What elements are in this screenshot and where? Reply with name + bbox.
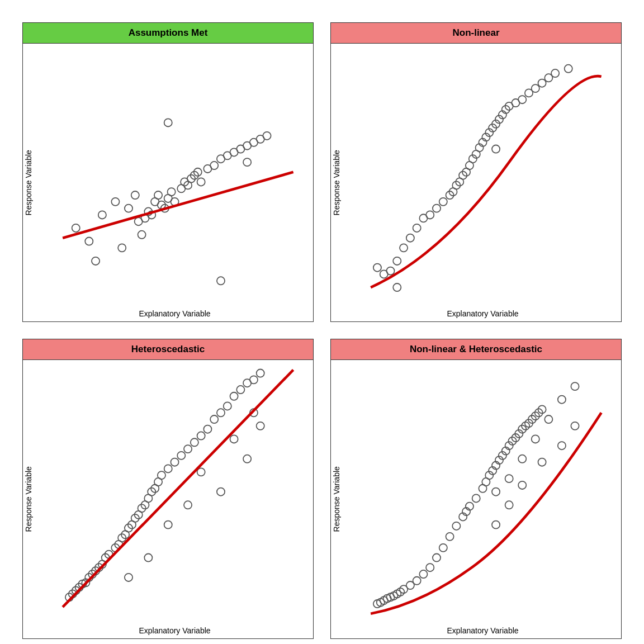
chart-area-assumptions-met: Response VariableExplanatory Variable [23, 44, 313, 321]
panel-title-assumptions-met: Assumptions Met [23, 23, 313, 44]
plot-container-assumptions-met: Explanatory Variable [36, 44, 313, 321]
svg-plot-heteroscedastic [36, 360, 313, 623]
y-label-non-linear: Response Variable [331, 44, 344, 321]
panel-heteroscedastic: HeteroscedasticResponse VariableExplanat… [22, 339, 314, 638]
panel-assumptions-met: Assumptions MetResponse VariableExplanat… [22, 22, 314, 322]
y-label-nonlinear-heteroscedastic: Response Variable [331, 360, 344, 638]
panel-non-linear: Non-linearResponse VariableExplanatory V… [330, 22, 622, 322]
plot-container-nonlinear-heteroscedastic: Explanatory Variable [344, 360, 621, 638]
svg-plot-assumptions-met [36, 44, 313, 307]
panel-title-heteroscedastic: Heteroscedastic [23, 339, 313, 360]
x-label-heteroscedastic: Explanatory Variable [36, 624, 313, 638]
y-label-assumptions-met: Response Variable [23, 44, 36, 321]
svg-rect-0 [36, 44, 313, 307]
panel-title-nonlinear-heteroscedastic: Non-linear & Heteroscedastic [331, 339, 621, 360]
x-label-nonlinear-heteroscedastic: Explanatory Variable [344, 624, 621, 638]
panel-title-non-linear: Non-linear [331, 23, 621, 44]
chart-area-non-linear: Response VariableExplanatory Variable [331, 44, 621, 321]
x-label-assumptions-met: Explanatory Variable [36, 307, 313, 321]
chart-area-nonlinear-heteroscedastic: Response VariableExplanatory Variable [331, 360, 621, 638]
plot-container-non-linear: Explanatory Variable [344, 44, 621, 321]
chart-area-heteroscedastic: Response VariableExplanatory Variable [23, 360, 313, 638]
svg-plot-nonlinear-heteroscedastic [344, 360, 621, 623]
svg-plot-non-linear [344, 44, 621, 307]
panel-nonlinear-heteroscedastic: Non-linear & HeteroscedasticResponse Var… [330, 339, 622, 638]
y-label-heteroscedastic: Response Variable [23, 360, 36, 638]
plot-container-heteroscedastic: Explanatory Variable [36, 360, 313, 638]
x-label-non-linear: Explanatory Variable [344, 307, 621, 321]
svg-rect-138 [344, 360, 621, 623]
main-grid: Assumptions MetResponse VariableExplanat… [0, 0, 644, 644]
